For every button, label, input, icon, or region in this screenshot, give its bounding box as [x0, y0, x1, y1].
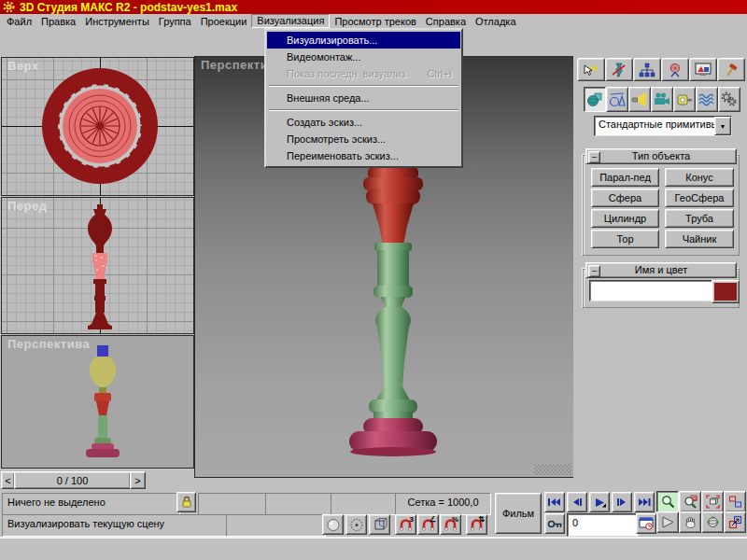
name-color-rollout-header[interactable]: – Имя и цвет: [585, 262, 737, 278]
category-cameras-button[interactable]: [651, 87, 673, 112]
time-config-button[interactable]: [636, 513, 656, 534]
timeline-prev-button[interactable]: <: [1, 471, 15, 489]
angle-snap-button[interactable]: ∠: [417, 514, 439, 535]
application-window: 3D Студия МАКС R2 - podstav-yes1.max Фай…: [0, 0, 747, 560]
dotted-sphere-button[interactable]: [345, 514, 367, 535]
menu-item-show-last[interactable]: Показ последн. визуализ.Ctrl+I: [267, 65, 460, 82]
viewport-small-label[interactable]: Перспектива: [7, 337, 90, 351]
menu-group[interactable]: Группа: [154, 15, 196, 28]
go-end-icon: [638, 497, 651, 507]
zoom-extents-all-button[interactable]: [724, 491, 746, 512]
tab-hierarchy[interactable]: [633, 58, 661, 81]
play-icon: [594, 497, 606, 508]
key-mode-button[interactable]: [544, 513, 565, 534]
timeline-slider[interactable]: 0 / 100: [14, 471, 131, 489]
category-geometry-button[interactable]: [584, 87, 606, 112]
object-color-swatch[interactable]: [712, 280, 740, 303]
menu-separator: [269, 85, 458, 87]
zoom-all-button[interactable]: [679, 491, 701, 512]
next-frame-icon: [616, 497, 627, 507]
menu-item-view-preview[interactable]: Просмотреть эскиз...: [267, 131, 460, 147]
menu-help[interactable]: Справка: [421, 15, 471, 28]
fov-cone-icon: [661, 515, 675, 529]
primitive-teapot-button[interactable]: Чайник: [665, 230, 734, 248]
menu-file[interactable]: Файл: [2, 15, 36, 28]
next-frame-button[interactable]: [612, 492, 632, 512]
spinner-snap-button[interactable]: ⇅: [466, 514, 487, 535]
selection-lock-button[interactable]: [176, 492, 196, 512]
primitive-geosphere-button[interactable]: ГеоСфера: [665, 189, 734, 207]
clock-window-icon: [639, 517, 654, 530]
minmax-toggle-button[interactable]: [724, 511, 746, 533]
tab-motion[interactable]: [661, 58, 689, 81]
timeline-next-button[interactable]: >: [130, 471, 146, 489]
arc-rotate-button[interactable]: [701, 511, 724, 533]
menu-trackview[interactable]: Просмотр треков: [330, 15, 420, 28]
menu-rendering[interactable]: Визуализация: [251, 14, 330, 28]
hand-icon: [684, 515, 698, 529]
tab-display[interactable]: [689, 58, 717, 81]
hammer-icon: [723, 63, 740, 77]
primitive-category-dropdown[interactable]: Стандартные примитивы ▼: [594, 116, 732, 136]
rollout-title: Тип объекта: [586, 150, 736, 161]
chevron-down-icon[interactable]: ▼: [714, 117, 731, 135]
percent-snap-button[interactable]: %: [440, 514, 461, 535]
play-button[interactable]: [589, 492, 610, 512]
frame-number-field[interactable]: 0: [567, 513, 639, 537]
viewport-front[interactable]: Перед: [1, 197, 194, 334]
extents-cube-icon: [706, 495, 720, 509]
zoom-button[interactable]: [656, 491, 679, 512]
tab-modify[interactable]: [605, 58, 633, 81]
menu-item-rename-preview[interactable]: Переименовать эскиз...: [267, 147, 460, 164]
category-helpers-button[interactable]: [673, 87, 696, 112]
degradation-override-button[interactable]: [322, 514, 344, 535]
category-systems-button[interactable]: [718, 87, 740, 112]
viewport-top-label[interactable]: Верх: [7, 59, 39, 73]
arc-rotate-icon: [706, 515, 720, 529]
snap-3d-button[interactable]: 3: [395, 514, 416, 535]
menu-debug[interactable]: Отладка: [471, 15, 520, 28]
selection-status: Ничего не выделено: [2, 493, 180, 515]
model-top-view: [39, 65, 161, 187]
tape-measure-icon: [676, 91, 693, 107]
spinner-snap-label: ⇅: [478, 515, 485, 524]
menu-item-video-post[interactable]: Видеомонтаж...: [267, 49, 460, 65]
fov-button[interactable]: [656, 511, 679, 533]
prev-frame-button[interactable]: [567, 492, 587, 512]
menu-item-environment[interactable]: Внешняя среда...: [267, 90, 460, 106]
menu-tools[interactable]: Инструменты: [80, 15, 154, 28]
titlebar[interactable]: 3D Студия МАКС R2 - podstav-yes1.max: [0, 0, 747, 14]
go-end-button[interactable]: [634, 492, 655, 512]
menu-item-render[interactable]: Визуализировать...: [267, 32, 460, 49]
category-lights-button[interactable]: [628, 87, 651, 112]
animate-button[interactable]: Фильм: [495, 493, 542, 534]
status-cell: [198, 493, 269, 515]
go-start-button[interactable]: [544, 492, 565, 512]
tab-create[interactable]: [577, 58, 605, 81]
command-panel: Стандартные примитивы ▼ – Тип объекта Па…: [573, 56, 747, 491]
category-spacewarps-button[interactable]: [696, 87, 718, 112]
motion-icon: [667, 63, 684, 77]
display-icon: [695, 63, 712, 77]
category-shapes-button[interactable]: [606, 87, 628, 112]
primitive-sphere-button[interactable]: Сфера: [591, 189, 659, 207]
prompt-line: Визуализировать текущую сцену: [2, 514, 229, 537]
primitive-tube-button[interactable]: Труба: [665, 209, 734, 228]
viewport-front-label[interactable]: Перед: [7, 199, 48, 213]
viewport-top[interactable]: Верх: [1, 57, 194, 196]
menu-edit[interactable]: Правка: [36, 15, 80, 28]
primitive-cone-button[interactable]: Конус: [665, 168, 734, 187]
primitive-cylinder-button[interactable]: Цилиндр: [591, 209, 659, 228]
menu-item-make-preview[interactable]: Создать эскиз...: [267, 114, 460, 131]
object-name-field[interactable]: [589, 280, 714, 301]
menu-views[interactable]: Проекции: [196, 15, 252, 28]
zoom-extents-button[interactable]: [701, 491, 724, 512]
tab-utilities[interactable]: [717, 58, 745, 81]
pan-button[interactable]: [679, 511, 701, 533]
object-type-rollout-header[interactable]: – Тип объекта: [585, 148, 737, 164]
viewport-perspective-small[interactable]: Перспектива: [1, 335, 194, 469]
primitive-box-button[interactable]: Парал-пед: [591, 168, 659, 187]
primitive-torus-button[interactable]: Тор: [591, 230, 659, 248]
axis-tripod-button[interactable]: [369, 514, 390, 535]
minmax-icon: [728, 515, 742, 529]
